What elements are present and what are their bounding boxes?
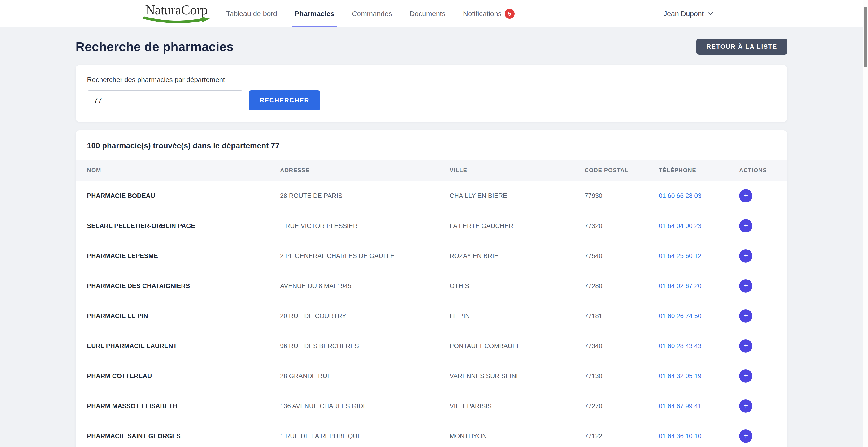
add-pharmacy-button[interactable]: + <box>739 399 752 413</box>
nav-label: Pharmacies <box>294 10 334 18</box>
nav-item-documents[interactable]: Documents <box>401 0 454 27</box>
table-row: PHARM COTTEREAU 28 GRANDE RUE VARENNES S… <box>75 361 787 391</box>
pharmacy-address: 1 RUE DE LA REPUBLIQUE <box>280 433 450 440</box>
scrollbar-thumb[interactable] <box>864 7 867 67</box>
department-search-input[interactable] <box>87 90 243 111</box>
add-pharmacy-button[interactable]: + <box>739 279 752 293</box>
pharmacy-phone-cell: 01 60 26 74 50 <box>659 312 739 320</box>
row-actions-cell: + <box>739 429 787 443</box>
notifications-count-badge: 5 <box>505 9 515 19</box>
phone-link[interactable]: 01 64 32 05 19 <box>659 372 701 380</box>
table-body: PHARMACIE BODEAU 28 ROUTE DE PARIS CHAIL… <box>75 181 787 447</box>
row-actions-cell: + <box>739 279 787 293</box>
pharmacy-name: PHARMACIE DES CHATAIGNIERS <box>87 282 280 290</box>
pharmacy-city: CHAILLY EN BIERE <box>450 192 585 200</box>
nav-item-notifications[interactable]: Notifications 5 <box>454 0 523 27</box>
phone-link[interactable]: 01 64 36 10 10 <box>659 433 701 440</box>
column-header-adresse: ADRESSE <box>280 167 450 174</box>
pharmacy-address: 20 RUE DE COURTRY <box>280 312 450 320</box>
results-summary: 100 pharmacie(s) trouvée(s) dans le dépa… <box>75 130 787 160</box>
pharmacy-name: PHARMACIE LE PIN <box>87 312 280 320</box>
add-pharmacy-button[interactable]: + <box>739 369 752 383</box>
user-menu[interactable]: Jean Dupont <box>663 10 713 18</box>
pharmacy-phone-cell: 01 64 02 67 20 <box>659 282 739 290</box>
chevron-down-icon <box>708 12 713 16</box>
phone-link[interactable]: 01 60 66 28 03 <box>659 192 701 199</box>
row-actions-cell: + <box>739 339 787 353</box>
row-actions-cell: + <box>739 249 787 263</box>
plus-icon: + <box>744 432 748 440</box>
table-header-row: NOM ADRESSE VILLE CODE POSTAL TÉLÉPHONE … <box>75 160 787 181</box>
phone-link[interactable]: 01 64 25 60 12 <box>659 252 701 260</box>
pharmacy-address: 1 RUE VICTOR PLESSIER <box>280 222 450 230</box>
pharmacy-address: 96 RUE DES BERCHERES <box>280 342 450 350</box>
table-row: PHARMACIE BODEAU 28 ROUTE DE PARIS CHAIL… <box>75 181 787 211</box>
pharmacy-address: 136 AVENUE CHARLES GIDE <box>280 403 450 410</box>
page-content: Recherche de pharmacies RETOUR À LA LIST… <box>75 38 787 447</box>
add-pharmacy-button[interactable]: + <box>739 309 752 323</box>
column-header-telephone: TÉLÉPHONE <box>659 167 739 174</box>
pharmacy-name: PHARMACIE LEPESME <box>87 252 280 260</box>
row-actions-cell: + <box>739 189 787 203</box>
row-actions-cell: + <box>739 369 787 383</box>
row-actions-cell: + <box>739 219 787 233</box>
pharmacy-city: LA FERTE GAUCHER <box>450 222 585 230</box>
pharmacy-address: 28 GRANDE RUE <box>280 372 450 380</box>
nav-item-pharmacies[interactable]: Pharmacies <box>286 0 343 27</box>
nav-item-commandes[interactable]: Commandes <box>343 0 401 27</box>
plus-icon: + <box>744 372 748 379</box>
pharmacy-postal-code: 77130 <box>585 372 659 380</box>
nav-label: Notifications <box>463 10 501 18</box>
pharmacy-postal-code: 77320 <box>585 222 659 230</box>
pharmacy-postal-code: 77270 <box>585 403 659 410</box>
row-actions-cell: + <box>739 399 787 413</box>
table-row: PHARMACIE SAINT GEORGES 1 RUE DE LA REPU… <box>75 421 787 447</box>
phone-link[interactable]: 01 60 26 74 50 <box>659 312 701 320</box>
plus-icon: + <box>744 191 748 199</box>
logo-swoosh-icon <box>142 16 211 24</box>
nav-item-tableau-de-bord[interactable]: Tableau de bord <box>217 0 286 27</box>
search-button[interactable]: RECHERCHER <box>249 90 320 111</box>
add-pharmacy-button[interactable]: + <box>739 189 752 203</box>
pharmacy-phone-cell: 01 60 28 43 43 <box>659 342 739 350</box>
row-actions-cell: + <box>739 309 787 323</box>
add-pharmacy-button[interactable]: + <box>739 339 752 353</box>
pharmacy-phone-cell: 01 64 32 05 19 <box>659 372 739 380</box>
search-card: Rechercher des pharmacies par départemen… <box>75 65 787 122</box>
main-nav: Tableau de bord Pharmacies Commandes Doc… <box>217 0 523 27</box>
phone-link[interactable]: 01 64 02 67 20 <box>659 282 701 290</box>
phone-link[interactable]: 01 60 28 43 43 <box>659 342 701 350</box>
pharmacy-city: LE PIN <box>450 312 585 320</box>
pharmacy-phone-cell: 01 64 04 00 23 <box>659 222 739 230</box>
nav-label: Commandes <box>352 10 392 18</box>
user-name: Jean Dupont <box>663 10 704 18</box>
back-to-list-button[interactable]: RETOUR À LA LISTE <box>696 38 787 55</box>
pharmacy-phone-cell: 01 64 25 60 12 <box>659 252 739 260</box>
add-pharmacy-button[interactable]: + <box>739 219 752 233</box>
plus-icon: + <box>744 251 748 259</box>
phone-link[interactable]: 01 64 04 00 23 <box>659 222 701 230</box>
pharmacy-phone-cell: 01 64 36 10 10 <box>659 433 739 440</box>
top-navigation-bar: NaturaCorp Tableau de bord Pharmacies Co… <box>0 0 868 27</box>
pharmacy-city: OTHIS <box>450 282 585 290</box>
plus-icon: + <box>744 282 748 289</box>
pharmacy-name: PHARMACIE BODEAU <box>87 192 280 200</box>
pharmacy-address: 2 PL GENERAL CHARLES DE GAULLE <box>280 252 450 260</box>
table-row: PHARMACIE DES CHATAIGNIERS AVENUE DU 8 M… <box>75 271 787 301</box>
pharmacy-name: PHARM MASSOT ELISABETH <box>87 403 280 410</box>
column-header-code-postal: CODE POSTAL <box>585 167 659 174</box>
column-header-ville: VILLE <box>450 167 585 174</box>
table-row: PHARMACIE LE PIN 20 RUE DE COURTRY LE PI… <box>75 301 787 331</box>
table-row: PHARMACIE LEPESME 2 PL GENERAL CHARLES D… <box>75 241 787 271</box>
add-pharmacy-button[interactable]: + <box>739 429 752 443</box>
pharmacy-name: PHARMACIE SAINT GEORGES <box>87 433 280 440</box>
table-row: SELARL PELLETIER-ORBLIN PAGE 1 RUE VICTO… <box>75 211 787 241</box>
pharmacy-address: AVENUE DU 8 MAI 1945 <box>280 282 450 290</box>
phone-link[interactable]: 01 64 67 99 41 <box>659 403 701 410</box>
plus-icon: + <box>744 342 748 349</box>
add-pharmacy-button[interactable]: + <box>739 249 752 263</box>
pharmacy-postal-code: 77181 <box>585 312 659 320</box>
pharmacy-phone-cell: 01 60 66 28 03 <box>659 192 739 200</box>
column-header-actions: ACTIONS <box>739 167 787 174</box>
brand-logo[interactable]: NaturaCorp <box>142 3 211 24</box>
